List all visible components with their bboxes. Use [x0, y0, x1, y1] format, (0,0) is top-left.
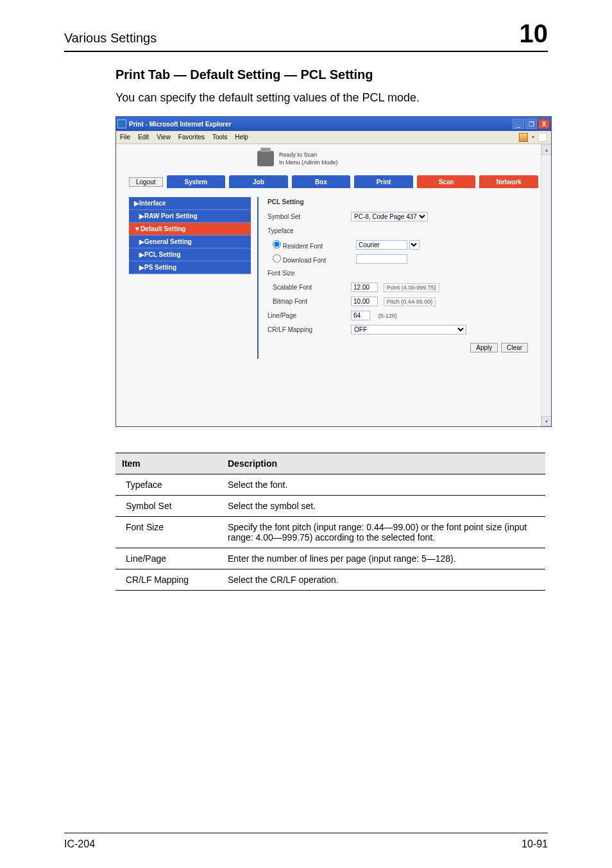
sidebar-item-interface[interactable]: ▶Interface — [129, 197, 251, 210]
radio-download-font[interactable] — [273, 254, 281, 263]
ie-icon — [117, 119, 126, 128]
footer-right: 10-91 — [522, 838, 548, 850]
cell-desc: Select the CR/LF operation. — [221, 569, 545, 591]
footer-left: IC-204 — [64, 838, 95, 850]
intro-text: You can specify the default setting valu… — [115, 91, 548, 105]
menu-tools[interactable]: Tools — [212, 134, 227, 141]
page-footer: IC-204 10-91 — [64, 833, 548, 850]
sidebar: ▶Interface ▶RAW Port Setting ▼Default Se… — [129, 197, 251, 359]
cell-desc: Enter the number of lines per page (inpu… — [221, 548, 545, 569]
header-rule — [64, 51, 548, 52]
input-resident-font[interactable] — [356, 240, 407, 250]
label-resident-font: Resident Font — [283, 243, 323, 250]
radio-resident-font[interactable] — [273, 240, 281, 248]
form-heading: PCL Setting — [268, 197, 532, 209]
maximize-button[interactable]: ❐ — [525, 119, 537, 129]
cell-desc: Specify the font pitch (input range: 0.4… — [221, 517, 545, 548]
tab-job[interactable]: Job — [229, 175, 288, 188]
menu-view[interactable]: View — [157, 134, 171, 141]
status-line-1: Ready to Scan — [279, 151, 338, 159]
select-resident-font[interactable] — [409, 240, 420, 250]
hint-bitmap: Pitch (0.44-99.00) — [384, 297, 436, 306]
table-row: Typeface Select the font. — [115, 474, 545, 496]
sidebar-item-raw[interactable]: ▶RAW Port Setting — [129, 210, 251, 223]
status-line-2: In Menu (Admin Mode) — [279, 159, 338, 166]
tab-print[interactable]: Print — [354, 175, 413, 188]
section-title: Print Tab — Default Setting — PCL Settin… — [115, 67, 548, 82]
vertical-scrollbar[interactable]: ▴ ▾ — [541, 144, 551, 426]
scroll-up-icon[interactable]: ▴ — [541, 144, 551, 155]
label-scalable-font: Scalable Font — [268, 284, 351, 291]
label-typeface: Typeface — [268, 227, 351, 234]
label-line-page: Line/Page — [268, 312, 351, 319]
sidebar-item-default[interactable]: ▼Default Setting — [129, 223, 251, 236]
clear-button[interactable]: Clear — [501, 343, 528, 352]
browser-content: ▴ ▾ Ready to Scan In Menu (Admin Mode) L… — [116, 144, 551, 426]
menu-edit[interactable]: Edit — [138, 134, 149, 141]
table-row: Font Size Specify the font pitch (input … — [115, 517, 545, 548]
minimize-button[interactable]: _ — [513, 119, 524, 129]
sidebar-item-general[interactable]: ▶General Setting — [129, 236, 251, 248]
menu-help[interactable]: Help — [235, 134, 248, 141]
settings-form: PCL Setting Symbol Set PC-8, Code Page 4… — [257, 197, 538, 359]
menu-file[interactable]: File — [120, 134, 130, 141]
input-download-font[interactable] — [356, 254, 407, 264]
window-title: Print - Microsoft Internet Explorer — [129, 121, 231, 128]
select-crlf[interactable]: OFF — [351, 325, 466, 334]
close-button[interactable]: X — [538, 119, 550, 129]
cell-desc: Select the font. — [221, 474, 545, 496]
tab-row: Logout System Job Box Print Scan Network — [116, 175, 551, 193]
input-line-page[interactable] — [351, 311, 370, 320]
hint-scalable: Point (4.00-999.75) — [384, 283, 439, 292]
label-bitmap-font: Bitmap Font — [268, 298, 351, 305]
printer-icon — [257, 151, 274, 166]
header-left: Various Settings — [64, 31, 157, 46]
toolbar-icon[interactable] — [519, 133, 528, 142]
tab-box[interactable]: Box — [292, 175, 351, 188]
input-bitmap-font[interactable] — [351, 297, 378, 306]
page-header: Various Settings 10 — [64, 19, 548, 48]
footer-rule — [64, 833, 548, 833]
toolbar-dropdown-icon[interactable]: ▾ — [532, 134, 534, 140]
logout-button[interactable]: Logout — [129, 177, 163, 187]
col-description: Description — [221, 453, 545, 474]
scroll-down-icon[interactable]: ▾ — [541, 416, 551, 426]
cell-item: Line/Page — [115, 548, 221, 569]
description-table: Item Description Typeface Select the fon… — [115, 453, 545, 591]
select-symbol-set[interactable]: PC-8, Code Page 437 — [351, 212, 428, 221]
col-item: Item — [115, 453, 221, 474]
label-symbol-set: Symbol Set — [268, 213, 351, 220]
sidebar-item-pcl[interactable]: ▶PCL Setting — [129, 248, 251, 261]
cell-item: CR/LF Mapping — [115, 569, 221, 591]
input-scalable-font[interactable] — [351, 282, 378, 292]
label-font-size: Font Size — [268, 270, 351, 277]
cell-item: Typeface — [115, 474, 221, 496]
table-row: CR/LF Mapping Select the CR/LF operation… — [115, 569, 545, 591]
cell-item: Symbol Set — [115, 496, 221, 517]
cell-desc: Select the symbol set. — [221, 496, 545, 517]
tab-system[interactable]: System — [167, 175, 226, 188]
screenshot-window: Print - Microsoft Internet Explorer _ ❐ … — [115, 116, 552, 427]
device-status: Ready to Scan In Menu (Admin Mode) — [116, 144, 551, 175]
cell-item: Font Size — [115, 517, 221, 548]
tab-scan[interactable]: Scan — [417, 175, 476, 188]
menu-favorites[interactable]: Favorites — [178, 134, 205, 141]
windows-flag-icon[interactable] — [538, 133, 547, 142]
hint-line-page: (5-128) — [376, 312, 400, 320]
sidebar-item-ps[interactable]: ▶PS Setting — [129, 261, 251, 274]
table-row: Symbol Set Select the symbol set. — [115, 496, 545, 517]
label-crlf: CR/LF Mapping — [268, 326, 351, 333]
label-download-font: Download Font — [283, 257, 326, 264]
window-titlebar: Print - Microsoft Internet Explorer _ ❐ … — [116, 117, 551, 131]
menu-bar: File Edit View Favorites Tools Help ▾ — [116, 131, 551, 144]
apply-button[interactable]: Apply — [470, 343, 498, 352]
tab-network[interactable]: Network — [479, 175, 538, 188]
header-chapter: 10 — [520, 19, 548, 48]
table-row: Line/Page Enter the number of lines per … — [115, 548, 545, 569]
